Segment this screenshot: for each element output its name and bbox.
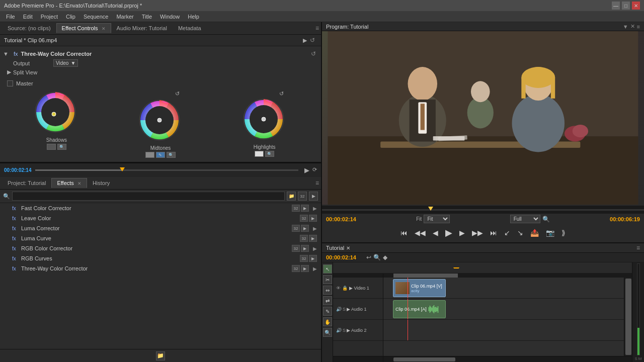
midtones-btn1[interactable] [145,152,154,158]
audio-clip-block[interactable]: Clip 06.mp4 [A] [393,300,446,318]
ec-timecode[interactable]: 00:00:02:14 [4,167,31,173]
32bit-icon[interactable]: 32 [298,192,307,201]
search-timeline-icon[interactable]: 🔍 [373,254,381,261]
effect-accel-btn[interactable]: ▶ [301,245,309,252]
ec-loop-button[interactable]: ⟳ [312,166,317,174]
highlights-wheel-canvas[interactable] [242,98,287,143]
export-frame-button[interactable]: 📤 [528,228,541,238]
program-settings-dropdown[interactable]: ▼ [623,24,628,30]
timeline-tab-close[interactable]: ✕ [346,245,350,251]
minimize-button[interactable]: — [612,2,620,10]
timeline-scroll-thumb[interactable] [625,279,631,355]
menu-edit[interactable]: Edit [19,13,37,21]
tab-audio-mixer[interactable]: Audio Mixer: Tutorial [111,23,173,33]
tab-history[interactable]: History [87,178,115,188]
effect-more-btn[interactable]: ▶ [313,226,317,231]
midtones-eyedropper[interactable]: ✎ [156,152,165,158]
effect-item-luma-corrector[interactable]: fx Luma Corrector 32 ▶ ▶ [0,223,321,233]
effect-accel-btn[interactable]: ▶ [309,215,317,222]
highlights-eyedropper[interactable]: 🔍 [265,151,274,157]
tab-source[interactable]: Source: (no clips) [2,23,56,33]
audio2-solo[interactable]: S [343,328,346,333]
timeline-tab-label[interactable]: Tutorial [326,245,344,251]
output-expand[interactable]: ▶ [7,60,11,66]
timeline-panel-menu[interactable]: ≡ [636,244,640,251]
split-expand[interactable]: ▶ [7,69,11,75]
ripple-tool[interactable]: ⇔ [323,286,332,295]
reset-icon[interactable]: ↺ [310,37,317,44]
highlights-btn1[interactable] [255,151,264,157]
overwrite-button[interactable]: ↘ [515,228,525,238]
effect-32bit-btn[interactable]: 32 [292,205,300,212]
effect-accel-btn[interactable]: ▶ [301,265,309,272]
go-to-out-button[interactable]: ⏭ [488,228,499,238]
video-track-eye[interactable]: 👁 [336,286,341,291]
effects-search-input[interactable] [12,192,285,201]
effect-accel-btn[interactable]: ▶ [301,205,309,212]
shadows-eyedropper[interactable]: 🔍 [57,144,66,150]
step-back-button[interactable]: ◀◀ [413,228,428,238]
timeline-current-time[interactable]: 00:00:02:14 [326,254,366,260]
menu-sequence[interactable]: Sequence [79,13,113,21]
effect-32bit-btn[interactable]: 32 [300,255,308,262]
undo-icon[interactable]: ↩ [366,254,371,261]
effect-32bit-btn[interactable]: 32 [300,235,308,242]
midtones-btn3[interactable]: 🔍 [167,152,176,158]
midtones-wheel-canvas[interactable] [138,99,183,144]
camera-button[interactable]: 📷 [544,228,556,238]
new-bin-icon[interactable]: 📁 [287,192,296,201]
new-folder-btn[interactable]: 📁 [156,351,165,360]
menu-marker[interactable]: Marker [112,13,137,21]
expand-button[interactable]: ⟫ [559,228,568,238]
marker-icon[interactable]: ◆ [383,254,387,261]
tab-effect-controls[interactable]: Effect Controls ✕ [56,23,111,33]
effect-more-btn[interactable]: ▶ [313,246,317,251]
hscroll-thumb[interactable] [393,357,456,361]
highlights-reset[interactable]: ↺ [279,90,284,97]
shadows-wheel-canvas[interactable] [34,90,79,136]
pen-tool[interactable]: ✎ [323,307,332,316]
fx-collapse-arrow[interactable]: ▼ [3,51,9,57]
next-frame-button[interactable]: ▶ [457,228,467,238]
effect-item-fast-color[interactable]: fx Fast Color Corrector 32 ▶ ▶ [0,203,321,213]
tab-metadata[interactable]: Metadata [173,23,207,33]
tab-effect-controls-close[interactable]: ✕ [102,26,106,31]
effect-more-btn[interactable]: ▶ [313,206,317,211]
slip-tool[interactable]: ⇄ [323,296,332,305]
play-pause-button[interactable]: ▶ [443,226,454,239]
effect-32bit-btn[interactable]: 32 [292,225,300,232]
effect-more-btn[interactable]: ▶ [313,266,317,272]
tab-effects-close[interactable]: ✕ [77,181,82,186]
effect-item-rgb-corrector[interactable]: fx RGB Color Corrector 32 ▶ ▶ [0,243,321,253]
audio1-solo[interactable]: S [343,307,346,312]
razor-tool[interactable]: ✂ [323,275,332,284]
menu-window[interactable]: Window [156,13,184,21]
top-left-panel-menu-icon[interactable]: ≡ [315,25,319,32]
audio2-mute[interactable]: 🔊 [336,328,342,333]
tab-effects[interactable]: Effects ✕ [51,178,87,188]
effect-32bit-btn[interactable]: 32 [300,215,308,222]
video-track-lock[interactable]: 🔒 [342,286,348,291]
go-to-in-button[interactable]: ⏮ [398,228,410,238]
effect-accel-btn[interactable]: ▶ [309,255,317,262]
accelerated-icon[interactable]: ▶ [309,192,318,201]
effect-item-luma-curve[interactable]: fx Luma Curve 32 ▶ [0,233,321,243]
program-scrubber[interactable] [322,206,644,214]
zoom-tool[interactable]: 🔍 [323,328,332,337]
midtones-reset[interactable]: ↺ [175,90,180,97]
menu-title[interactable]: Title [138,13,156,21]
output-dropdown[interactable]: Video ▼ [53,59,78,67]
insert-button[interactable]: ↙ [502,228,512,238]
quality-select[interactable]: FullHalfQuarter [510,215,540,223]
menu-file[interactable]: File [2,13,19,21]
tab-project[interactable]: Project: Tutorial [2,178,51,188]
selection-tool[interactable]: ↖ [323,264,332,274]
program-current-time[interactable]: 00:00:02:14 [326,216,356,222]
video-clip-block[interactable]: Clip 06.mp4 [V] acity [393,279,446,297]
hand-tool[interactable]: ✋ [323,317,332,326]
effect-item-three-way[interactable]: fx Three-Way Color Corrector 32 ▶ ▶ [0,263,321,274]
effect-32bit-btn[interactable]: 32 [292,245,300,252]
zoom-icon[interactable]: 🔍 [542,216,550,223]
ec-timeline-scrub[interactable] [35,169,298,171]
fit-select[interactable]: Fit25%50%100% [424,215,450,223]
